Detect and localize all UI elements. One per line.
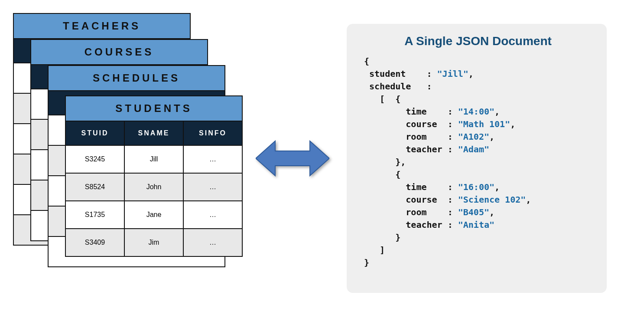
table-teachers-title: TEACHERS xyxy=(14,14,190,39)
table-cell: S3409 xyxy=(66,229,125,256)
table-students-title: STUDENTS xyxy=(66,96,242,121)
table-cell: John xyxy=(125,174,184,200)
bidirectional-arrow-icon xyxy=(256,139,329,178)
table-cell: S3245 xyxy=(66,146,125,173)
json-panel-title: A Single JSON Document xyxy=(364,34,592,48)
table-row: S8524 John … xyxy=(66,173,242,200)
table-schedules-title: SCHEDULES xyxy=(49,66,224,91)
table-courses-title: COURSES xyxy=(31,40,207,65)
table-students-columns: STUID SNAME SINFO xyxy=(66,121,242,145)
table-cell: S8524 xyxy=(66,174,125,200)
table-cell: Jill xyxy=(125,146,184,173)
table-row: S3245 Jill … xyxy=(66,145,242,173)
json-code-block: { student : "Jill", schedule : [ { time … xyxy=(364,55,592,269)
table-col-header: STUID xyxy=(66,121,125,145)
table-col-header: SINFO xyxy=(184,121,242,145)
table-students: STUDENTS STUID SNAME SINFO S3245 Jill … … xyxy=(65,95,243,257)
table-cell: Jane xyxy=(125,201,184,228)
json-document-panel: A Single JSON Document { student : "Jill… xyxy=(347,24,607,293)
table-cell: … xyxy=(184,174,242,200)
table-students-rows: S3245 Jill … S8524 John … S1735 Jane … S… xyxy=(66,145,242,256)
svg-marker-0 xyxy=(256,141,329,176)
table-col-header: SNAME xyxy=(125,121,184,145)
table-row: S3409 Jim … xyxy=(66,228,242,256)
table-cell: S1735 xyxy=(66,201,125,228)
diagram-root: TEACHERS COURSES SCHEDULES STUDENTS STUI… xyxy=(0,0,644,315)
table-row: S1735 Jane … xyxy=(66,200,242,228)
table-cell: Jim xyxy=(125,229,184,256)
relational-tables-stack: TEACHERS COURSES SCHEDULES STUDENTS STUI… xyxy=(13,13,238,304)
table-cell: … xyxy=(184,146,242,173)
table-cell: … xyxy=(184,201,242,228)
table-cell: … xyxy=(184,229,242,256)
